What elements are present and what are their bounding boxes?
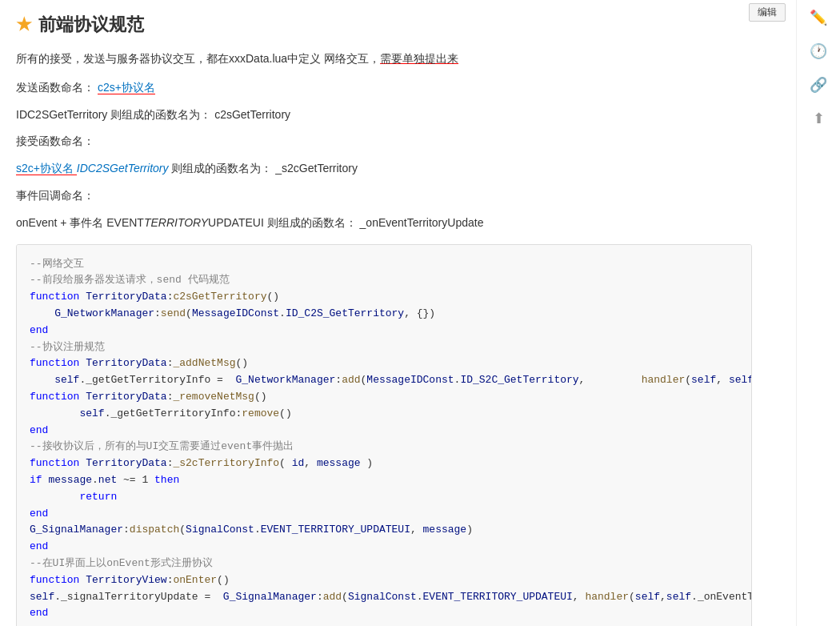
intro-paragraph: 所有的接受，发送与服务器协议交互，都在xxxData.lua中定义 网络交互，需…: [16, 50, 752, 69]
clock-icon[interactable]: 🕐: [807, 40, 830, 62]
event-text: onEvent + 事件名 EVENTTERRITORYUPDATEUI 则组成…: [16, 216, 483, 229]
right-toolbar: ✏️ 🕐 🔗 ⬆: [796, 0, 840, 626]
main-content: ★ 前端协议规范 所有的接受，发送与服务器协议交互，都在xxxData.lua中…: [0, 0, 768, 626]
idc2s-row: IDC2SGetTerritory 则组成的函数名为： c2sGetTerrit…: [16, 106, 752, 125]
send-function-row: 发送函数命名： c2s+协议名: [16, 78, 752, 98]
pencil-icon[interactable]: ✏️: [807, 6, 830, 29]
title-text: 前端协议规范: [38, 13, 144, 37]
send-label: 发送函数命名：: [16, 81, 94, 94]
code-block: --网络交互 --前段给服务器发送请求，send 代码规范 function T…: [16, 244, 752, 626]
s2c-italic: IDC2SGetTerritory: [77, 162, 169, 175]
star-icon: ★: [16, 14, 32, 35]
link-icon[interactable]: 🔗: [807, 74, 830, 96]
send-value: c2s+协议名: [98, 81, 155, 94]
s2c-prefix: s2c+协议名: [16, 162, 77, 175]
page-title: ★ 前端协议规范: [16, 13, 752, 37]
s2c-suffix: 则组成的函数名为： _s2cGetTerritory: [168, 162, 357, 175]
highlight-text: 需要单独提出来: [380, 52, 458, 65]
arrow-up-icon[interactable]: ⬆: [807, 107, 830, 130]
event-row: onEvent + 事件名 EVENTTERRITORYUPDATEUI 则组成…: [16, 214, 752, 233]
s2c-row: s2c+协议名 IDC2SGetTerritory 则组成的函数名为： _s2c…: [16, 159, 752, 179]
edit-button[interactable]: 编辑: [749, 3, 786, 22]
event-label: 事件回调命名：: [16, 187, 752, 206]
receive-function-label: 接受函数命名：: [16, 132, 752, 151]
